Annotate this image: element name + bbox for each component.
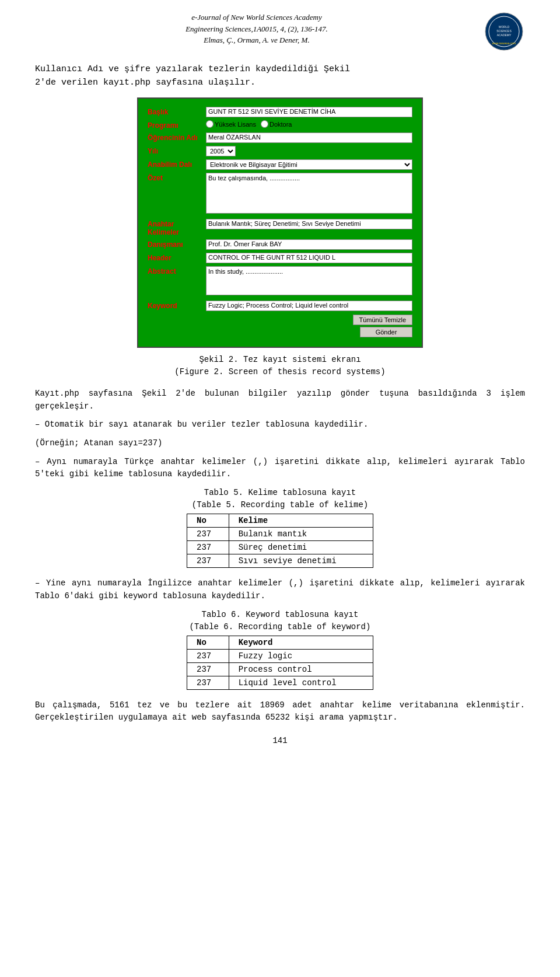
- journal-line3: Elmas, Ç., Orman, A. ve Dener, M.: [35, 34, 478, 46]
- dash-item-4: – Aynı numarayla Türkçe anahtar kelimele…: [35, 456, 525, 481]
- input-keyword[interactable]: Fuzzy Logic; Process Control; Liquid lev…: [206, 301, 412, 311]
- figure-caption-line1: Şekil 2. Tez kayıt sistemi ekranı: [35, 354, 525, 366]
- field-keyword: Fuzzy Logic; Process Control; Liquid lev…: [206, 301, 412, 311]
- journal-line2: Engineering Sciences,1A0015, 4, (2), 136…: [35, 23, 478, 35]
- table5-title-line2: (Table 5. Recording table of kelime): [35, 499, 525, 511]
- field-yili: 2005: [206, 146, 412, 156]
- svg-text:ACADEMY: ACADEMY: [497, 33, 512, 37]
- table5: No Kelime 237Bulanık mantık237Süreç dene…: [187, 514, 373, 568]
- input-ogrenci[interactable]: Meral ÖZARSLAN: [206, 132, 412, 143]
- intro-paragraph: Kullanıcı Adı ve şifre yazılarak tezleri…: [35, 63, 525, 89]
- table-row: 237Process control: [187, 662, 373, 676]
- table6-title-line1: Tablo 6. Keyword tablosuna kayıt: [35, 609, 525, 621]
- form-row-keyword: Keyword Fuzzy Logic; Process Control; Li…: [148, 301, 412, 311]
- label-yili: Yılı: [148, 146, 206, 155]
- dash-item-2: – Otomatik bir sayı atanarak bu veriler …: [35, 418, 525, 431]
- intro-line1: Kullanıcı Adı ve şifre yazılarak tezleri…: [35, 64, 350, 74]
- field-header: CONTROL OF THE GUNT RT 512 LIQUID L: [206, 253, 412, 263]
- form-row-anabilim: Anabilim Dalı Elektronik ve Bilgisayar E…: [148, 159, 412, 170]
- intro-line2: 2'de verilen kayıt.php sayfasına ulaşılı…: [35, 78, 256, 88]
- table6-col-keyword: Keyword: [229, 636, 373, 649]
- form-row-yili: Yılı 2005: [148, 146, 412, 156]
- table5-header-row: No Kelime: [187, 514, 373, 528]
- table6-col-no: No: [187, 636, 229, 649]
- form-row-programi: Programı Yüksek Lisans Doktora: [148, 120, 412, 130]
- label-keyword: Keyword: [148, 301, 206, 310]
- table5-cell-kelime: Bulanık mantık: [229, 528, 373, 541]
- table-row: 237Süreç denetimi: [187, 541, 373, 554]
- clear-button[interactable]: Tümünü Temizle: [353, 315, 413, 325]
- field-ozet: Bu tez çalışmasında, .................: [206, 173, 412, 216]
- field-ogrenci: Meral ÖZARSLAN: [206, 132, 412, 143]
- table6-cell-no: 237: [187, 649, 229, 662]
- table5-cell-no: 237: [187, 528, 229, 541]
- input-danisman[interactable]: Prof. Dr. Ömer Faruk BAY: [206, 239, 412, 250]
- form-row-anahtar: Anahtar Kelimeler Bulanık Mantık; Süreç …: [148, 219, 412, 236]
- page-number: 141: [35, 736, 525, 745]
- label-ozet: Özet: [148, 173, 206, 182]
- journal-logo: WORLD SCIENCES ACADEMY www.newwsa.com: [484, 12, 525, 53]
- paragraph-1: Kayıt.php sayfasına Şekil 2'de bulunan b…: [35, 388, 525, 413]
- radio-yuksek-lisans-input[interactable]: [206, 120, 214, 128]
- figure-caption-line2: (Figure 2. Screen of thesis record syste…: [35, 366, 525, 378]
- table5-col-no: No: [187, 514, 229, 528]
- conclusion: Bu çalışmada, 5161 tez ve bu tezlere ait…: [35, 699, 525, 724]
- submit-button[interactable]: Gönder: [360, 327, 412, 337]
- field-programi: Yüksek Lisans Doktora: [206, 120, 412, 128]
- paragraph-3: (Örneğin; Atanan sayı=237): [35, 437, 525, 450]
- field-danisman: Prof. Dr. Ömer Faruk BAY: [206, 239, 412, 250]
- table6-cell-keyword: Liquid level control: [229, 676, 373, 689]
- field-baslik: GUNT RT 512 SIVI SEVİYE DENETİM CİHA: [206, 107, 412, 117]
- table6-cell-keyword: Process control: [229, 662, 373, 676]
- textarea-ozet[interactable]: Bu tez çalışmasında, .................: [206, 173, 412, 214]
- table-row: 237Fuzzy logic: [187, 649, 373, 662]
- field-anahtar: Bulanık Mantık; Süreç Denetimi; Sıvı Sev…: [206, 219, 412, 229]
- form-row-abstract: Abstract In this study, ................…: [148, 266, 412, 298]
- label-anabilim: Anabilim Dalı: [148, 159, 206, 169]
- form-row-baslik: Başlık GUNT RT 512 SIVI SEVİYE DENETİM C…: [148, 107, 412, 117]
- label-baslik: Başlık: [148, 107, 206, 116]
- form-buttons: Tümünü Temizle Gönder: [148, 315, 412, 337]
- label-danisman: Danışmanı: [148, 239, 206, 249]
- input-header[interactable]: CONTROL OF THE GUNT RT 512 LIQUID L: [206, 253, 412, 263]
- table6-title-line2: (Table 6. Recording table of keyword): [35, 621, 525, 633]
- table5-cell-no: 237: [187, 541, 229, 554]
- select-yili[interactable]: 2005: [206, 146, 236, 156]
- form-row-ozet: Özet Bu tez çalışmasında, ..............…: [148, 173, 412, 216]
- table-row: 237Sıvı seviye denetimi: [187, 554, 373, 568]
- table6-cell-no: 237: [187, 676, 229, 689]
- textarea-abstract[interactable]: In this study, .....................: [206, 266, 412, 295]
- page-header: e-Journal of New World Sciences Academy …: [35, 12, 525, 53]
- radio-doktora[interactable]: Doktora: [261, 120, 292, 128]
- input-baslik[interactable]: GUNT RT 512 SIVI SEVİYE DENETİM CİHA: [206, 107, 412, 117]
- svg-text:www.newwsa.com: www.newwsa.com: [492, 41, 516, 45]
- table5-cell-no: 237: [187, 554, 229, 568]
- table5-cell-kelime: Süreç denetimi: [229, 541, 373, 554]
- radio-group-programi: Yüksek Lisans Doktora: [206, 120, 412, 128]
- table5-title-line1: Tablo 5. Kelime tablosuna kayıt: [35, 487, 525, 499]
- radio-yuksek-lisans[interactable]: Yüksek Lisans: [206, 120, 256, 128]
- select-anabilim[interactable]: Elektronik ve Bilgisayar Eğitimi: [206, 159, 412, 170]
- field-anabilim: Elektronik ve Bilgisayar Eğitimi: [206, 159, 412, 170]
- table5-col-kelime: Kelime: [229, 514, 373, 528]
- form-row-header: Header CONTROL OF THE GUNT RT 512 LIQUID…: [148, 253, 412, 263]
- label-abstract: Abstract: [148, 266, 206, 275]
- table-row: 237Liquid level control: [187, 676, 373, 689]
- svg-text:SCIENCES: SCIENCES: [496, 29, 512, 33]
- label-programi: Programı: [148, 120, 206, 130]
- table6: No Keyword 237Fuzzy logic237Process cont…: [187, 636, 373, 690]
- table6-cell-keyword: Fuzzy logic: [229, 649, 373, 662]
- table5-cell-kelime: Sıvı seviye denetimi: [229, 554, 373, 568]
- table6-title: Tablo 6. Keyword tablosuna kayıt (Table …: [35, 609, 525, 633]
- field-abstract: In this study, .....................: [206, 266, 412, 298]
- radio-doktora-input[interactable]: [261, 120, 268, 128]
- table6-header-row: No Keyword: [187, 636, 373, 649]
- figure-caption: Şekil 2. Tez kayıt sistemi ekranı (Figur…: [35, 354, 525, 378]
- input-anahtar[interactable]: Bulanık Mantık; Süreç Denetimi; Sıvı Sev…: [206, 219, 412, 229]
- svg-text:WORLD: WORLD: [499, 25, 510, 29]
- label-ogrenci: Öğrencinin Adı: [148, 132, 206, 142]
- form-row-ogrenci: Öğrencinin Adı Meral ÖZARSLAN: [148, 132, 412, 143]
- label-anahtar: Anahtar Kelimeler: [148, 219, 206, 236]
- journal-info: e-Journal of New World Sciences Academy …: [35, 12, 478, 46]
- form-screenshot: Başlık GUNT RT 512 SIVI SEVİYE DENETİM C…: [137, 97, 423, 348]
